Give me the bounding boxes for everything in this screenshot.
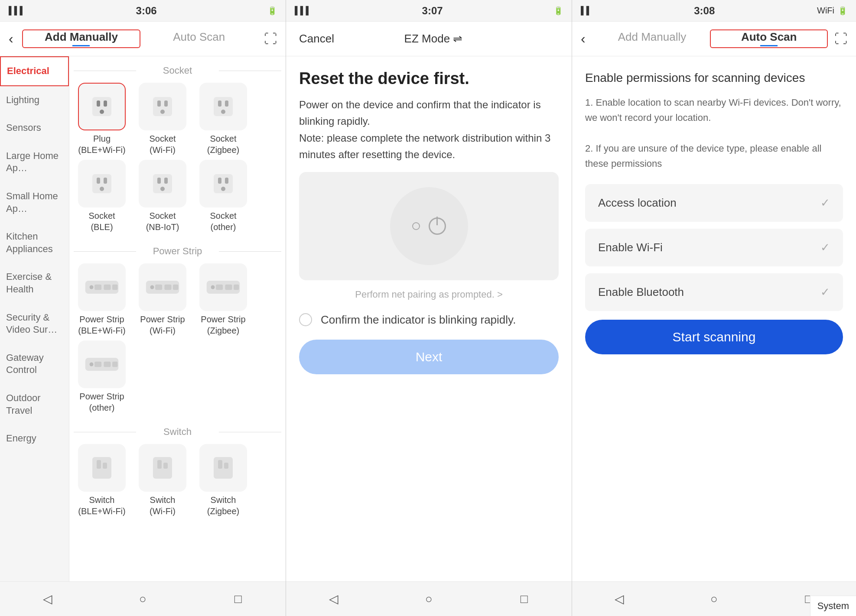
back-button-3[interactable]: ‹ [581, 31, 586, 47]
device-switch-wifi[interactable]: Switch(Wi-Fi) [134, 444, 191, 517]
svg-rect-17 [157, 178, 161, 184]
svg-rect-31 [155, 285, 162, 290]
svg-rect-50 [214, 457, 233, 479]
back-triangle-3[interactable]: ◁ [606, 586, 632, 612]
confirm-text: Confirm the indicator is blinking rapidl… [321, 313, 516, 327]
battery-icon-3: 🔋 [838, 6, 847, 16]
screen2: ▌▌▌ 3:07 🔋 Cancel EZ Mode ⇌ Reset the de… [286, 0, 572, 616]
device-name-plug-ble-wifi: Plug(BLE+Wi-Fi) [78, 133, 125, 156]
home-circle-3[interactable]: ○ [701, 586, 727, 612]
mode-selector-2[interactable]: EZ Mode ⇌ [404, 32, 463, 45]
back-triangle-1[interactable]: ◁ [35, 586, 61, 612]
device-switch-zigbee[interactable]: Switch(Zigbee) [195, 444, 251, 517]
svg-rect-14 [104, 178, 107, 184]
tab-add-manually-3[interactable]: Add Manually [594, 30, 710, 47]
device-grid-socket: Plug(BLE+Wi-Fi) Socket(Wi-Fi) [74, 81, 281, 237]
tab-add-manually-1[interactable]: Add Manually [22, 29, 141, 48]
device-name-socket-nbiot: Socket(NB-IoT) [146, 210, 179, 233]
device-name-switch-wifi: Switch(Wi-Fi) [150, 494, 176, 517]
device-circle [390, 187, 468, 265]
svg-rect-5 [157, 101, 161, 107]
tab-auto-scan-1[interactable]: Auto Scan [140, 30, 257, 47]
sidebar-item-electrical[interactable]: Electrical [0, 56, 69, 86]
svg-rect-6 [164, 101, 168, 107]
permission-enable-wifi[interactable]: Enable Wi-Fi ✓ [585, 229, 843, 266]
expand-icon-3[interactable]: ⛶ [834, 32, 847, 46]
wifi-icon-3: WiFi [817, 6, 834, 16]
svg-point-11 [221, 110, 225, 114]
device-socket-ble[interactable]: Socket(BLE) [74, 160, 130, 233]
cancel-button-2[interactable]: Cancel [299, 32, 334, 45]
device-name-powerstrip-wifi: Power Strip(Wi-Fi) [140, 314, 185, 336]
svg-rect-48 [157, 460, 162, 469]
s3-content: Enable permissions for scanning devices … [572, 56, 856, 581]
sidebar-item-security[interactable]: Security & Video Sur… [0, 304, 69, 344]
s1-content: Electrical Lighting Sensors Large Home A… [0, 56, 286, 581]
device-power-icon [429, 217, 446, 235]
back-triangle-2[interactable]: ◁ [321, 586, 347, 612]
svg-rect-51 [218, 460, 222, 469]
device-powerstrip-wifi[interactable]: Power Strip(Wi-Fi) [134, 263, 191, 336]
svg-point-7 [160, 110, 165, 114]
status-bar-3: ▌▌ 3:08 WiFi 🔋 [572, 0, 856, 22]
sidebar-item-sensors[interactable]: Sensors [0, 114, 69, 142]
device-name-socket-ble: Socket(BLE) [88, 210, 115, 233]
svg-rect-33 [173, 285, 178, 290]
battery-icon-2: 🔋 [553, 6, 563, 16]
device-socket-nbiot[interactable]: Socket(NB-IoT) [134, 160, 191, 233]
permission-enable-bluetooth[interactable]: Enable Bluetooth ✓ [585, 273, 843, 311]
device-socket-zigbee[interactable]: Socket(Zigbee) [195, 83, 251, 156]
sidebar-item-lighting[interactable]: Lighting [0, 86, 69, 114]
sidebar-item-exercise[interactable]: Exercise & Health [0, 263, 69, 303]
svg-point-35 [211, 285, 215, 289]
device-icon-socket-zigbee [199, 83, 247, 130]
perform-text: Perform net pairing as prompted. > [299, 289, 559, 300]
svg-rect-41 [94, 362, 101, 367]
sidebar-item-gateway[interactable]: Gateway Control [0, 344, 69, 384]
status-bar-1: ▌▌▌ 3:06 🔋 [0, 0, 286, 22]
home-circle-1[interactable]: ○ [130, 586, 156, 612]
svg-point-15 [100, 187, 104, 191]
screen1: ▌▌▌ 3:06 🔋 ‹ Add Manually Auto Scan ⛶ El… [0, 0, 286, 616]
device-powerstrip-ble-wifi[interactable]: Power Strip(BLE+Wi-Fi) [74, 263, 130, 336]
svg-rect-36 [216, 285, 223, 290]
tab-auto-scan-3[interactable]: Auto Scan [710, 29, 828, 48]
device-socket-wifi[interactable]: Socket(Wi-Fi) [134, 83, 191, 156]
sidebar-item-kitchen[interactable]: Kitchen Appliances [0, 223, 69, 263]
s3-title: Enable permissions for scanning devices [585, 69, 843, 86]
bottom-nav-1: ◁ ○ □ [0, 581, 286, 616]
device-powerstrip-other[interactable]: Power Strip(other) [74, 340, 130, 413]
sidebar-item-energy[interactable]: Energy [0, 425, 69, 453]
status-icons-2: 🔋 [553, 6, 563, 16]
permission-label-bluetooth: Enable Bluetooth [598, 285, 684, 299]
sidebar-item-outdoor[interactable]: Outdoor Travel [0, 384, 69, 425]
status-icons-1: 🔋 [267, 6, 277, 16]
device-illustration [299, 172, 559, 280]
device-plug-ble-wifi[interactable]: Plug(BLE+Wi-Fi) [74, 83, 130, 156]
permission-check-location: ✓ [820, 196, 830, 210]
bottom-nav-2: ◁ ○ □ [286, 581, 572, 616]
next-button[interactable]: Next [299, 340, 559, 374]
device-socket-other[interactable]: Socket(other) [195, 160, 251, 233]
sidebar-item-large-home[interactable]: Large Home Ap… [0, 142, 69, 182]
device-switch-ble-wifi[interactable]: Switch(BLE+Wi-Fi) [74, 444, 130, 517]
home-circle-2[interactable]: ○ [416, 586, 442, 612]
device-name-powerstrip-ble-wifi: Power Strip(BLE+Wi-Fi) [78, 314, 125, 336]
start-scanning-button[interactable]: Start scanning [585, 320, 843, 354]
recents-square-1[interactable]: □ [225, 586, 251, 612]
status-signal-3: ▌▌ [581, 6, 592, 15]
back-button-1[interactable]: ‹ [9, 31, 13, 47]
device-name-powerstrip-other: Power Strip(other) [79, 391, 124, 413]
expand-icon-1[interactable]: ⛶ [264, 32, 277, 46]
permission-access-location[interactable]: Access location ✓ [585, 184, 843, 222]
recents-square-2[interactable]: □ [511, 586, 537, 612]
battery-icon-1: 🔋 [267, 6, 277, 16]
svg-point-23 [221, 187, 225, 191]
sidebar-item-small-home[interactable]: Small Home Ap… [0, 182, 69, 223]
device-icon-socket-other [199, 160, 247, 207]
device-icon-switch-wifi [139, 444, 186, 492]
device-icon-powerstrip-zigbee [199, 263, 247, 311]
confirm-radio[interactable] [299, 313, 312, 326]
device-powerstrip-zigbee[interactable]: Power Strip(Zigbee) [195, 263, 251, 336]
permission-check-bluetooth: ✓ [820, 285, 830, 299]
